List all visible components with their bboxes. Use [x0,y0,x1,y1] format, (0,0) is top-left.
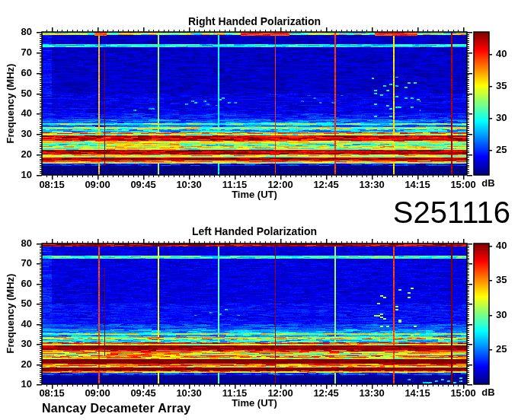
colorbar-tick-label: 40 [496,240,518,251]
x-tick-label: 14:15 [401,180,434,190]
x-tick-label: 08:15 [35,180,69,190]
y-tick-label: 20 [9,149,32,160]
y-tick-label: 40 [9,108,32,119]
x-tick-label: 09:00 [81,388,114,399]
x-tick-label: 11:15 [218,388,251,399]
y-tick-label: 50 [9,88,32,99]
x-tick-label: 12:45 [309,180,343,190]
x-tick-label: 10:30 [172,388,206,399]
colorbar-unit-label-bottom: dB [477,387,500,398]
x-tick-label: 15:00 [446,388,480,399]
y-tick-label: 40 [9,319,32,329]
y-tick-label: 80 [9,27,32,37]
y-tick-label: 70 [9,258,32,269]
x-tick-label: 14:15 [401,388,434,399]
x-tick-label: 09:45 [126,180,160,190]
y-tick-label: 80 [9,238,32,249]
x-tick-label: 15:00 [446,180,480,190]
y-tick-label: 30 [9,339,32,349]
y-tick-label: 50 [9,298,32,309]
y-tick-label: 10 [9,379,32,390]
x-tick-label: 13:30 [355,388,388,399]
y-tick-label: 60 [9,68,32,78]
x-tick-label: 09:00 [81,180,114,190]
observatory-label: Nancay Decameter Array [42,401,190,415]
x-tick-label: 08:15 [35,388,69,399]
y-tick-label: 70 [9,47,32,58]
colorbar-unit-label-top: dB [477,178,500,189]
x-tick-label: 09:45 [126,388,160,399]
x-tick-label: 12:45 [309,388,343,399]
y-tick-label: 10 [9,170,32,180]
x-tick-label: 13:30 [355,180,388,190]
panel-title-right-polarization: Right Handed Polarization [42,16,467,27]
y-tick-label: 30 [9,129,32,139]
colorbar-tick-label: 25 [496,145,518,155]
colorbar-tick-label: 35 [496,81,518,91]
colorbar-tick-label: 30 [496,310,518,320]
colorbar-tick-label: 35 [496,275,518,285]
colorbar-tick-label: 25 [496,344,518,355]
y-tick-label: 60 [9,278,32,289]
y-tick-label: 20 [9,359,32,370]
x-tick-label: 11:15 [218,180,251,190]
x-tick-label: 12:00 [264,180,297,190]
x-tick-label: 12:00 [264,388,297,399]
radio-spectrogram-figure: Right Handed Polarization Left Handed Po… [0,0,518,420]
x-tick-label: 10:30 [172,180,206,190]
event-id-label: S251116 [297,197,510,228]
colorbar-tick-label: 30 [496,113,518,123]
colorbar-tick-label: 40 [496,49,518,59]
